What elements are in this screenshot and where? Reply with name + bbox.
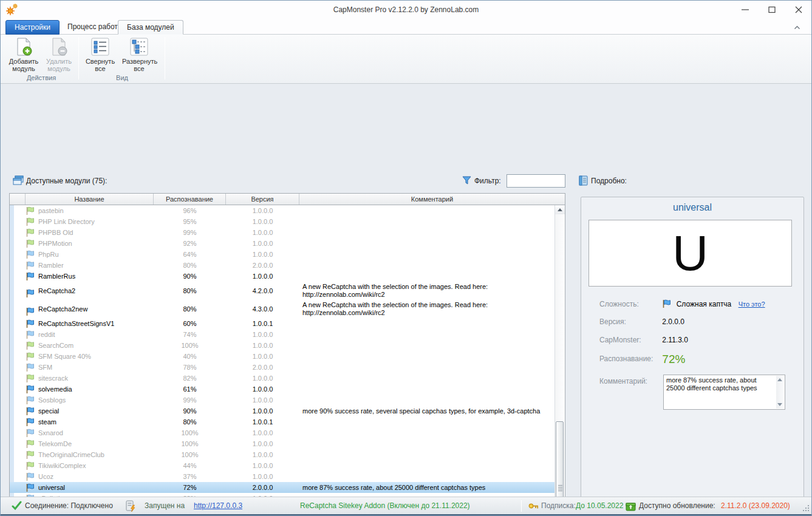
module-row[interactable]: SFM78%2.0.0.0 xyxy=(10,362,555,373)
module-row[interactable]: ReCaptchaStreetSignsV160%1.0.0.1 xyxy=(10,318,555,329)
comment-cell xyxy=(299,438,555,449)
remove-module-button[interactable]: Удалить модуль xyxy=(42,37,76,73)
connection-ok-icon xyxy=(12,501,22,511)
comment-cell xyxy=(299,449,555,460)
module-name: PHP Link Directory xyxy=(38,216,95,227)
collapse-all-button[interactable]: Свернуть все xyxy=(83,37,117,73)
filter-input[interactable] xyxy=(507,174,565,188)
maximize-button[interactable] xyxy=(763,3,781,16)
green-flag-icon xyxy=(26,217,35,226)
version-cell: 1.0.0.0 xyxy=(226,329,299,340)
module-name: PhpRu xyxy=(38,249,59,260)
remove-module-icon xyxy=(49,37,69,56)
comment-scrollbar[interactable] xyxy=(776,376,784,409)
vertical-scrollbar[interactable] xyxy=(554,205,564,516)
version-cell: 1.0.0.0 xyxy=(226,384,299,395)
recognition-cell: 80% xyxy=(154,260,226,271)
module-row[interactable]: Sosblogs99%1.0.0.0 xyxy=(10,395,555,406)
module-name-cell: ReCaptchaStreetSignsV1 xyxy=(26,318,154,329)
what-is-it-link[interactable]: Что это? xyxy=(739,300,765,308)
module-name: Sxnarod xyxy=(38,427,63,438)
module-row[interactable]: TelekomDe100%1.0.0.0 xyxy=(10,438,555,449)
collapse-ribbon-button[interactable] xyxy=(791,22,803,32)
module-name: pastebin xyxy=(38,205,64,216)
column-header-recognition[interactable]: Распознавание xyxy=(154,194,226,205)
module-row[interactable]: PHPBB Old99%1.0.0.0 xyxy=(10,227,555,238)
module-name: TikiwikiComplex xyxy=(38,460,86,471)
add-module-button[interactable]: Добавить модуль xyxy=(7,37,41,73)
filter-label: Фильтр: xyxy=(474,177,501,185)
module-row[interactable]: PHP Link Directory95%1.0.0.0 xyxy=(10,216,555,227)
module-row[interactable]: steam80%1.0.0.1 xyxy=(10,416,555,427)
module-row[interactable]: PHPMotion92%1.0.0.0 xyxy=(10,238,555,249)
comment-scroll-down-icon[interactable] xyxy=(777,403,782,406)
recognition-value: 72% xyxy=(662,353,685,365)
recognition-cell: 99% xyxy=(154,395,226,406)
recognition-cell: 96% xyxy=(154,205,226,216)
row-indent xyxy=(10,438,26,449)
module-row[interactable]: RamblerRus90%1.0.0.0 xyxy=(10,271,555,282)
module-name-cell: Sxnarod xyxy=(26,427,154,438)
version-cell: 1.0.0.0 xyxy=(226,438,299,449)
tab-module-base[interactable]: База модулей xyxy=(118,20,183,35)
recognition-cell: 99% xyxy=(154,227,226,238)
module-title: universal xyxy=(581,202,803,213)
details-icon xyxy=(579,175,588,186)
module-name-cell: ReCaptcha2 xyxy=(26,282,154,300)
module-row[interactable]: SFM Square 40%40%1.0.0.0 xyxy=(10,351,555,362)
column-header-indent[interactable] xyxy=(10,194,26,205)
module-row[interactable]: pastebin96%1.0.0.0 xyxy=(10,205,555,216)
module-row[interactable]: sitescrack82%1.0.0.0 xyxy=(10,373,555,384)
version-cell: 1.0.0.0 xyxy=(226,449,299,460)
comment-text: more 87% success rate, about 25000 diffe… xyxy=(666,376,757,392)
version-cell: 1.0.0.0 xyxy=(226,471,299,482)
module-row[interactable]: Ucoz37%1.0.0.0 xyxy=(10,471,555,482)
comment-cell: A new ReCaptcha with the selection of th… xyxy=(299,282,555,300)
column-header-version[interactable]: Версия xyxy=(226,194,299,205)
close-button[interactable] xyxy=(790,3,808,16)
column-header-name[interactable]: Название xyxy=(26,194,154,205)
module-row[interactable]: special90%1.0.0.0more 90% success rate, … xyxy=(10,406,555,416)
minimize-button[interactable] xyxy=(736,3,754,16)
module-row[interactable]: reddit74%1.0.0.0 xyxy=(10,329,555,340)
module-name: PHPMotion xyxy=(38,238,72,249)
server-address-link[interactable]: http://127.0.0.3 xyxy=(194,497,242,515)
recognition-cell: 78% xyxy=(154,362,226,373)
connection-status: Соединение: Подключено xyxy=(25,497,113,515)
module-name: TheOriginalCrimeClub xyxy=(38,449,104,460)
module-row[interactable]: TheOriginalCrimeClub100%1.0.0.0 xyxy=(10,449,555,460)
scroll-up-button[interactable] xyxy=(555,205,565,214)
recognition-cell: 100% xyxy=(154,438,226,449)
module-row[interactable]: universal72%2.0.0.0more 87% success rate… xyxy=(10,482,555,493)
subscription-label: Подписка: xyxy=(541,497,576,515)
module-row[interactable]: solvemedia61%1.0.0.0 xyxy=(10,384,555,395)
module-name-cell: PHPMotion xyxy=(26,238,154,249)
module-name-cell: SFM Square 40% xyxy=(26,351,154,362)
module-name: SearchCom xyxy=(38,340,73,351)
running-on-label: Запущен на xyxy=(145,497,185,515)
tab-settings[interactable]: Настройки xyxy=(5,20,60,35)
blue-flag-icon xyxy=(26,396,35,405)
module-row[interactable]: SearchCom100%1.0.0.0 xyxy=(10,340,555,351)
row-indent xyxy=(10,227,26,238)
version-row: Версия: 2.0.0.0 xyxy=(599,317,794,326)
recognition-row: Распознавание: 72% xyxy=(599,353,794,366)
expand-all-icon xyxy=(129,37,149,56)
blue-flag-icon xyxy=(26,385,35,394)
module-row[interactable]: Sxnarod100%1.0.0.0 xyxy=(10,427,555,438)
resize-grip[interactable] xyxy=(803,505,809,511)
green-flag-icon xyxy=(26,341,35,350)
recognition-cell: 37% xyxy=(154,471,226,482)
module-row[interactable]: PhpRu64%1.0.0.0 xyxy=(10,249,555,260)
module-row[interactable]: ReCaptcha2new80%4.3.0.0A new ReCaptcha w… xyxy=(10,300,555,318)
column-header-comment[interactable]: Комментарий xyxy=(299,194,565,205)
blue-flag-icon xyxy=(26,261,35,270)
comment-scroll-up-icon[interactable] xyxy=(777,378,782,381)
comment-box[interactable]: more 87% success rate, about 25000 diffe… xyxy=(663,375,785,410)
version-value: 2.0.0.0 xyxy=(662,317,684,326)
module-row[interactable]: ReCaptcha280%4.2.0.0A new ReCaptcha with… xyxy=(10,282,555,300)
module-row[interactable]: TikiwikiComplex44%1.0.0.0 xyxy=(10,460,555,471)
green-flag-icon xyxy=(26,352,35,361)
module-row[interactable]: Rambler80%2.0.0.0 xyxy=(10,260,555,271)
expand-all-button[interactable]: Развернуть все xyxy=(122,37,156,73)
